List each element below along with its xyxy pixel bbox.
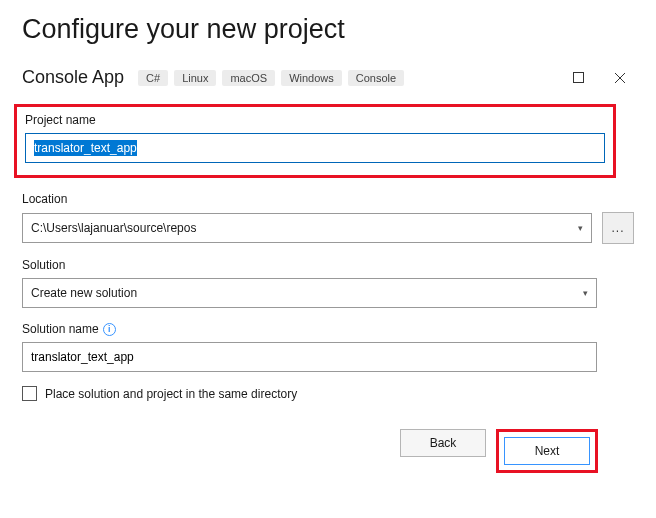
same-directory-row: Place solution and project in the same d… (22, 386, 634, 401)
project-name-input[interactable]: translator_text_app (25, 133, 605, 163)
back-button[interactable]: Back (400, 429, 486, 457)
page-title: Configure your new project (22, 14, 634, 45)
subheader-left: Console App C# Linux macOS Windows Conso… (22, 67, 404, 88)
svg-rect-0 (573, 73, 583, 83)
location-combo[interactable]: C:\Users\lajanuar\source\repos ▾ (22, 213, 592, 243)
browse-button[interactable]: ... (602, 212, 634, 244)
chevron-down-icon: ▾ (583, 288, 588, 298)
location-label: Location (22, 192, 634, 206)
tag: macOS (222, 70, 275, 86)
chevron-down-icon: ▾ (578, 223, 583, 233)
next-button[interactable]: Next (504, 437, 590, 465)
location-value: C:\Users\lajanuar\source\repos (31, 221, 196, 235)
solution-name-group: Solution name i (22, 322, 634, 372)
template-name: Console App (22, 67, 124, 88)
solution-label: Solution (22, 258, 634, 272)
tag: Console (348, 70, 404, 86)
project-name-value: translator_text_app (34, 140, 137, 156)
solution-value: Create new solution (31, 286, 137, 300)
tag: C# (138, 70, 168, 86)
next-button-highlight: Next (496, 429, 598, 473)
maximize-icon[interactable] (572, 72, 584, 84)
tag-list: C# Linux macOS Windows Console (138, 70, 404, 86)
project-name-label: Project name (25, 113, 605, 127)
window-controls (572, 72, 634, 84)
tag: Linux (174, 70, 216, 86)
close-icon[interactable] (614, 72, 626, 84)
solution-combo[interactable]: Create new solution ▾ (22, 278, 597, 308)
location-group: Location C:\Users\lajanuar\source\repos … (22, 192, 634, 244)
same-directory-label: Place solution and project in the same d… (45, 387, 297, 401)
same-directory-checkbox[interactable] (22, 386, 37, 401)
footer-buttons: Back Next (22, 429, 634, 473)
subheader: Console App C# Linux macOS Windows Conso… (22, 67, 634, 88)
solution-name-label: Solution name i (22, 322, 634, 336)
tag: Windows (281, 70, 342, 86)
project-name-group: Project name translator_text_app (14, 104, 616, 178)
info-icon[interactable]: i (103, 323, 116, 336)
solution-group: Solution Create new solution ▾ (22, 258, 634, 308)
solution-name-input[interactable] (22, 342, 597, 372)
